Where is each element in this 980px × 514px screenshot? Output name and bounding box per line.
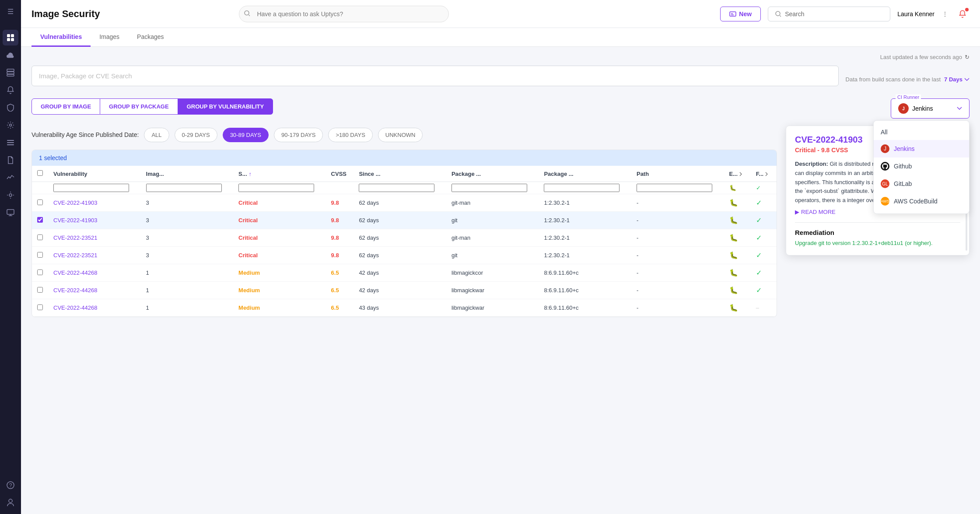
tab-images[interactable]: Images [91, 28, 128, 47]
sidebar-help-icon[interactable]: ? [3, 477, 18, 493]
table-row: CVE-2022-44268 1 Medium 6.5 42 days libm… [32, 282, 777, 299]
filter-checkbox-cell [32, 182, 48, 194]
filter-exp-cell: 🐛 [724, 182, 751, 194]
row-path: - [631, 212, 724, 229]
row-checkbox-cell[interactable] [32, 194, 48, 212]
row-cve[interactable]: CVE-2022-23521 [48, 229, 141, 247]
row-cve[interactable]: CVE-2022-23521 [48, 247, 141, 264]
age-btn-180plus[interactable]: >180 DAYS [328, 128, 372, 142]
check-icon: ✓ [756, 287, 762, 294]
refresh-icon[interactable]: ↻ [965, 54, 970, 60]
age-btn-all[interactable]: ALL [144, 128, 169, 142]
ci-runner-dropdown[interactable]: CI Runner J Jenkins [891, 98, 970, 119]
ci-option-gitlab[interactable]: GL GitLab [874, 175, 969, 192]
col-fix: F... [751, 166, 777, 182]
new-button[interactable]: New [720, 7, 761, 21]
row-checkbox[interactable] [37, 199, 43, 205]
row-cvss: 6.5 [326, 282, 354, 299]
row-cve[interactable]: CVE-2022-44268 [48, 282, 141, 299]
header-search-bar[interactable]: Search [768, 7, 890, 21]
row-checkbox-cell[interactable] [32, 229, 48, 247]
row-cve[interactable]: CVE-2022-44268 [48, 299, 141, 317]
select-all-checkbox[interactable] [37, 170, 43, 176]
filter-pkg-name-input[interactable] [452, 184, 527, 192]
ci-option-github[interactable]: Github [874, 157, 969, 175]
age-btn-unknown[interactable]: UNKNOWN [378, 128, 423, 142]
ci-option-aws[interactable]: AWS AWS CodeBuild [874, 192, 969, 210]
user-menu-icon[interactable]: ⋮ [938, 7, 952, 21]
filter-severity-input[interactable] [238, 184, 314, 192]
notification-icon[interactable] [956, 7, 970, 21]
sidebar-user-icon[interactable] [3, 495, 18, 511]
row-pkg-ver: 1:2.30.2-1 [539, 247, 631, 264]
days-select[interactable]: 7 Days [944, 76, 970, 83]
svg-rect-0 [7, 34, 10, 37]
age-btn-30-89[interactable]: 30-89 DAYS [223, 128, 269, 142]
sidebar-shield-icon[interactable] [3, 100, 18, 115]
filter-pkg-ver-input[interactable] [544, 184, 620, 192]
col-checkbox[interactable] [32, 166, 48, 182]
row-checkbox-cell[interactable] [32, 212, 48, 229]
cve-search-bar[interactable]: Image, Package or CVE Search [32, 66, 839, 86]
row-fix: ✓ [751, 247, 777, 264]
table-row: CVE-2022-23521 3 Critical 9.8 62 days gi… [32, 229, 777, 247]
sidebar-settings-icon[interactable] [3, 117, 18, 133]
ci-runner-wrapper: CI Runner J Jenkins All J Jenkins [891, 98, 970, 119]
row-pkg-name: git-man [446, 229, 539, 247]
row-checkbox[interactable] [37, 287, 43, 293]
filter-severity-cell [233, 182, 326, 194]
sidebar-monitor-icon[interactable] [3, 205, 18, 220]
row-checkbox[interactable] [37, 217, 43, 223]
sidebar-dashboard-icon[interactable] [3, 30, 18, 45]
ci-option-all[interactable]: All [874, 124, 969, 140]
row-pkg-name: libmagickwar [446, 282, 539, 299]
sidebar-file-icon[interactable] [3, 152, 18, 168]
col-severity[interactable]: S...↑ [233, 166, 326, 182]
sidebar-cloud-icon[interactable] [3, 47, 18, 63]
tab-packages[interactable]: Packages [128, 28, 172, 47]
row-cvss: 9.8 [326, 212, 354, 229]
filter-path-input[interactable] [637, 184, 712, 192]
sidebar-list-icon[interactable] [3, 135, 18, 150]
row-checkbox[interactable] [37, 304, 43, 310]
sidebar-menu-icon[interactable]: ☰ [3, 3, 18, 19]
svg-text:?: ? [9, 483, 12, 489]
filter-since-input[interactable] [359, 184, 434, 192]
row-checkbox[interactable] [37, 252, 43, 258]
row-checkbox[interactable] [37, 234, 43, 240]
sidebar: ☰ [0, 0, 21, 514]
global-search-input[interactable] [239, 6, 449, 22]
sidebar-storage-icon[interactable] [3, 65, 18, 80]
svg-rect-3 [11, 38, 14, 41]
row-checkbox-cell[interactable] [32, 299, 48, 317]
ci-option-jenkins[interactable]: J Jenkins [874, 140, 969, 157]
sidebar-gear2-icon[interactable] [3, 187, 18, 203]
row-severity: Critical [233, 212, 326, 229]
group-by-package-btn[interactable]: GROUP BY PACKAGE [100, 98, 178, 115]
col-path: Path [631, 166, 724, 182]
bug-icon: 🐛 [729, 252, 738, 259]
sidebar-bell-icon[interactable] [3, 82, 18, 98]
tab-vulnerabilities[interactable]: Vulnerabilities [32, 28, 91, 47]
row-checkbox-cell[interactable] [32, 282, 48, 299]
age-btn-90-179[interactable]: 90-179 DAYS [274, 128, 323, 142]
table-row: CVE-2022-41903 3 Critical 9.8 62 days gi… [32, 212, 777, 229]
row-checkbox[interactable] [37, 269, 43, 275]
filter-images-input[interactable] [146, 184, 222, 192]
age-btn-0-29[interactable]: 0-29 DAYS [175, 128, 217, 142]
group-by-vulnerability-btn[interactable]: GROUP BY VULNERABILITY [178, 98, 273, 115]
table-row: CVE-2022-41903 3 Critical 9.8 62 days gi… [32, 194, 777, 212]
vulnerability-table: Vulnerability Imag... S...↑ CVSS Since .… [32, 166, 777, 317]
sidebar-activity-icon[interactable] [3, 170, 18, 185]
row-exploitable: 🐛 [724, 282, 751, 299]
row-checkbox-cell[interactable] [32, 264, 48, 282]
row-cve[interactable]: CVE-2022-41903 [48, 212, 141, 229]
row-checkbox-cell[interactable] [32, 247, 48, 264]
row-cve[interactable]: CVE-2022-41903 [48, 194, 141, 212]
row-cve[interactable]: CVE-2022-44268 [48, 264, 141, 282]
check-icon: ✓ [756, 199, 762, 206]
remediation-section: Remediation Upgrade git to version 1:2.3… [795, 222, 960, 246]
row-images: 1 [141, 299, 234, 317]
filter-vulnerability-input[interactable] [53, 184, 129, 192]
group-by-image-btn[interactable]: GROUP BY IMAGE [32, 98, 100, 115]
